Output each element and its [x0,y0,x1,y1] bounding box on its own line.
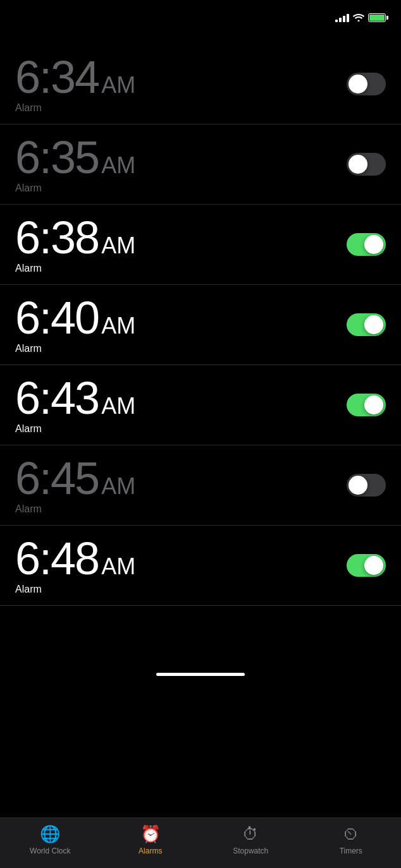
alarm-ampm: AM [101,154,135,177]
alarm-time-main: 6:34 [15,54,99,100]
alarm-label: Alarm [15,102,135,114]
alarm-ampm: AM [101,315,135,337]
alarm-ampm: AM [101,234,135,257]
toggle-knob [349,75,367,93]
alarm-list: 6:34 AM Alarm 6:35 AM Alarm 6:38 AM Alar… [0,44,401,669]
alarm-time-main: 6:48 [15,536,99,581]
alarm-info: 6:43 AM Alarm [15,375,135,435]
alarm-toggle[interactable] [347,73,386,95]
toggle-knob [364,315,383,334]
alarm-item[interactable]: 6:43 AM Alarm [0,365,401,445]
alarm-item[interactable]: 6:38 AM Alarm [0,205,401,285]
alarm-label: Alarm [15,263,135,274]
alarm-label: Alarm [15,503,135,515]
alarm-toggle[interactable] [347,313,386,336]
alarm-toggle[interactable] [347,474,386,497]
alarm-label: Alarm [15,343,135,354]
wifi-icon [353,13,364,23]
alarms-icon: ⏰ [140,824,161,844]
alarm-item[interactable]: 6:34 AM Alarm [0,44,401,124]
alarm-item[interactable]: 6:40 AM Alarm [0,285,401,365]
status-bar [0,0,401,32]
signal-icon [335,13,349,22]
battery-icon [368,13,386,22]
alarm-time: 6:40 AM [15,295,135,341]
tab-timers[interactable]: ⏲ Timers [326,824,376,855]
toggle-knob [349,155,367,174]
alarm-label: Alarm [15,584,135,595]
alarm-time-main: 6:45 [15,455,99,501]
alarm-label: Alarm [15,423,135,435]
alarm-time-main: 6:43 [15,375,99,421]
alarm-ampm: AM [101,395,135,418]
timers-icon: ⏲ [343,824,359,844]
alarm-toggle[interactable] [347,233,386,256]
alarm-info: 6:38 AM Alarm [15,215,135,274]
alarm-time-main: 6:38 [15,215,99,260]
alarm-label: Alarm [15,183,135,194]
toggle-knob [364,395,383,414]
alarm-info: 6:40 AM Alarm [15,295,135,354]
alarm-ampm: AM [101,475,135,498]
alarm-time: 6:43 AM [15,375,135,421]
home-indicator [156,673,245,676]
alarm-time: 6:35 AM [15,135,135,180]
alarm-info: 6:34 AM Alarm [15,54,135,114]
alarm-time: 6:34 AM [15,54,135,100]
status-icons [335,13,386,23]
alarm-toggle[interactable] [347,394,386,416]
alarm-info: 6:35 AM Alarm [15,135,135,194]
world-clock-label: World Clock [30,847,70,855]
nav-bar [0,32,401,44]
alarm-ampm: AM [101,555,135,578]
alarm-time-main: 6:40 [15,295,99,341]
alarm-toggle[interactable] [347,153,386,176]
alarm-item[interactable]: 6:48 AM Alarm [0,526,401,606]
alarm-ampm: AM [101,74,135,97]
alarm-time-main: 6:35 [15,135,99,180]
toggle-knob [364,556,383,575]
alarm-time: 6:48 AM [15,536,135,581]
alarm-info: 6:45 AM Alarm [15,455,135,515]
stopwatch-label: Stopwatch [233,847,268,855]
toggle-knob [349,476,367,495]
tab-bar: 🌐 World Clock ⏰ Alarms ⏱ Stopwatch ⏲ Tim… [0,817,401,868]
alarms-label: Alarms [139,847,162,855]
tab-alarms[interactable]: ⏰ Alarms [125,824,176,855]
tab-stopwatch[interactable]: ⏱ Stopwatch [225,824,276,855]
alarm-item[interactable]: 6:45 AM Alarm [0,445,401,526]
alarm-item[interactable]: 6:35 AM Alarm [0,124,401,205]
stopwatch-icon: ⏱ [242,824,259,844]
timers-label: Timers [340,847,362,855]
alarm-toggle[interactable] [347,554,386,577]
toggle-knob [364,235,383,254]
alarm-time: 6:45 AM [15,455,135,501]
world-clock-icon: 🌐 [40,824,60,844]
alarm-info: 6:48 AM Alarm [15,536,135,595]
alarm-time: 6:38 AM [15,215,135,260]
tab-world-clock[interactable]: 🌐 World Clock [25,824,75,855]
